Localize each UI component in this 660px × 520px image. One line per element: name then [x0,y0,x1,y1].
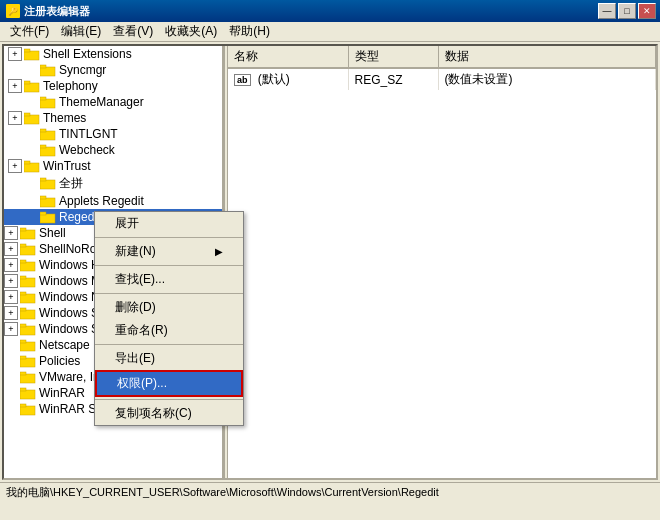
svg-rect-14 [24,163,39,172]
svg-rect-45 [20,404,26,407]
tree-label: WinTrust [43,159,91,173]
menu-bar: 文件(F) 编辑(E) 查看(V) 收藏夹(A) 帮助(H) [0,22,660,42]
svg-rect-32 [20,310,35,319]
tree-item-applets[interactable]: Applets Regedit [4,193,222,209]
tree-item-quanpin[interactable]: 全拼 [4,174,222,193]
context-menu: 展开 新建(N) ▶ 查找(E)... 删除(D) 重命名(R) 导出(E) 权… [94,211,244,426]
folder-icon [40,211,56,224]
expand-icon[interactable]: + [8,111,22,125]
menu-view[interactable]: 查看(V) [107,21,159,42]
menu-favorites[interactable]: 收藏夹(A) [159,21,223,42]
expand-icon[interactable]: + [8,47,22,61]
expand-icon[interactable]: + [4,290,18,304]
svg-rect-3 [40,65,46,68]
svg-rect-26 [20,262,35,271]
maximize-button[interactable]: □ [618,3,636,19]
svg-rect-33 [20,308,26,311]
ctx-new[interactable]: 新建(N) ▶ [95,240,243,263]
minimize-button[interactable]: — [598,3,616,19]
svg-rect-11 [40,129,46,132]
ctx-delete[interactable]: 删除(D) [95,296,243,319]
value-name: ab (默认) [228,68,348,90]
svg-rect-43 [20,388,26,391]
svg-rect-1 [24,49,30,52]
svg-rect-41 [20,372,26,375]
menu-file[interactable]: 文件(F) [4,21,55,42]
value-type: REG_SZ [348,68,438,90]
expand-icon[interactable]: + [4,274,18,288]
tree-label: Shell [39,226,66,240]
expand-icon[interactable]: + [4,226,18,240]
window-controls: — □ ✕ [598,3,656,19]
folder-icon [20,291,36,304]
tree-item-shell-extensions[interactable]: + Shell Extensions [4,46,222,62]
ctx-rename[interactable]: 重命名(R) [95,319,243,342]
ctx-rename-label: 重命名(R) [115,322,168,339]
main-area: + Shell Extensions Syncmgr + Telephony T… [2,44,658,480]
expand-icon[interactable]: + [4,322,18,336]
tree-item-webcheck[interactable]: Webcheck [4,142,222,158]
tree-item-themes[interactable]: + Themes [4,110,222,126]
folder-icon [20,355,36,368]
folder-icon [20,403,36,416]
menu-edit[interactable]: 编辑(E) [55,21,107,42]
folder-icon [40,195,56,208]
ctx-permissions[interactable]: 权限(P)... [95,370,243,397]
ctx-expand[interactable]: 展开 [95,212,243,235]
svg-rect-9 [24,113,30,116]
ctx-export[interactable]: 导出(E) [95,347,243,370]
folder-icon [20,387,36,400]
folder-icon [40,177,56,190]
expand-icon[interactable]: + [4,242,18,256]
tree-item-telephony[interactable]: + Telephony [4,78,222,94]
svg-rect-12 [40,147,55,156]
ctx-separator-3 [95,293,243,294]
tree-item-thememanager[interactable]: ThemeManager [4,94,222,110]
tree-item-wintrust[interactable]: + WinTrust [4,158,222,174]
ctx-permissions-label: 权限(P)... [117,375,167,392]
folder-icon [40,128,56,141]
tree-item-tintlgnt[interactable]: TINTLGNT [4,126,222,142]
tree-label: Applets Regedit [59,194,144,208]
tree-label: Webcheck [59,143,115,157]
svg-rect-24 [20,246,35,255]
col-data: 数据 [438,46,656,68]
svg-rect-10 [40,131,55,140]
ctx-find-label: 查找(E)... [115,271,165,288]
value-name-text: (默认) [258,72,290,86]
tree-label: Telephony [43,79,98,93]
ctx-find[interactable]: 查找(E)... [95,268,243,291]
expand-icon[interactable]: + [4,306,18,320]
table-row[interactable]: ab (默认) REG_SZ (数值未设置) [228,68,656,90]
folder-icon [20,307,36,320]
expand-icon[interactable]: + [8,159,22,173]
value-data: (数值未设置) [438,68,656,90]
menu-help[interactable]: 帮助(H) [223,21,276,42]
folder-icon [40,96,56,109]
ctx-separator-5 [95,399,243,400]
status-text: 我的电脑\HKEY_CURRENT_USER\Software\Microsof… [6,485,439,500]
tree-label: Policies [39,354,80,368]
svg-rect-8 [24,115,39,124]
ctx-copy-name[interactable]: 复制项名称(C) [95,402,243,425]
folder-icon [24,80,40,93]
tree-label: Shell Extensions [43,47,132,61]
tree-label: WinRAR [39,386,85,400]
value-panel: 名称 类型 数据 ab (默认) REG_SZ (数值未设置) [228,46,656,478]
folder-icon [40,144,56,157]
svg-rect-28 [20,278,35,287]
tree-item-syncmgr[interactable]: Syncmgr [4,62,222,78]
title-bar: 🔑 注册表编辑器 — □ ✕ [0,0,660,22]
ctx-separator-4 [95,344,243,345]
tree-label: 全拼 [59,175,83,192]
close-button[interactable]: ✕ [638,3,656,19]
svg-rect-37 [20,340,26,343]
svg-rect-31 [20,292,26,295]
window-title: 注册表编辑器 [24,4,90,19]
expand-icon[interactable]: + [4,258,18,272]
ctx-new-label: 新建(N) [115,243,156,260]
expand-icon[interactable]: + [8,79,22,93]
ctx-separator-1 [95,237,243,238]
svg-rect-7 [40,97,46,100]
svg-rect-30 [20,294,35,303]
